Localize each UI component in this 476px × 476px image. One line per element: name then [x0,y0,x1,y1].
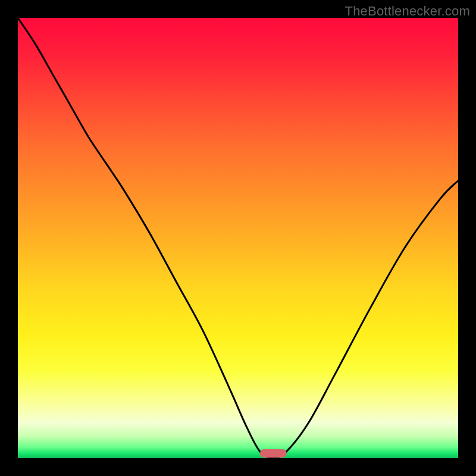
chart-frame: TheBottlenecker.com [0,0,476,476]
watermark-label: TheBottlenecker.com [345,4,470,19]
bottleneck-curve [18,18,458,458]
optimal-marker [260,449,286,458]
curve-svg [18,18,458,458]
plot-area [18,18,458,458]
